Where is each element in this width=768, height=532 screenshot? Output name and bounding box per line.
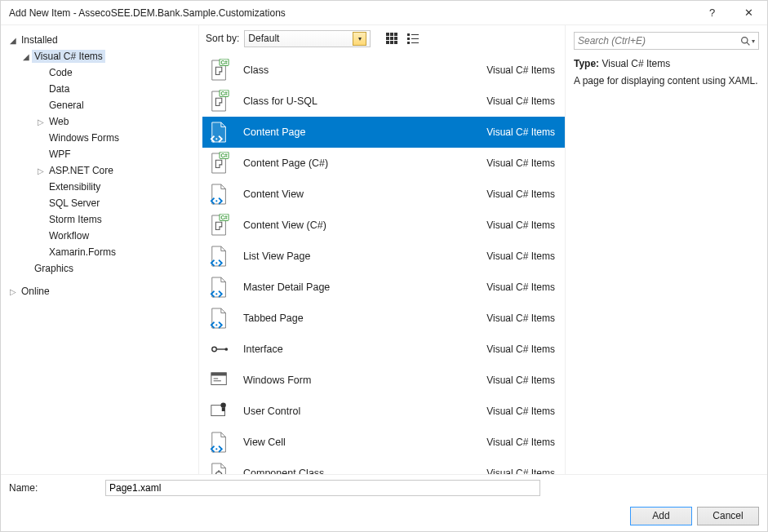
tree-item[interactable]: Xamarin.Forms (6, 244, 193, 260)
tree-visual-csharp-items[interactable]: ◢ Visual C# Items (6, 48, 193, 64)
template-category: Visual C# Items (486, 406, 555, 417)
sort-by-value: Default (248, 33, 279, 44)
collapse-icon: ◢ (7, 34, 19, 46)
template-item[interactable]: Component ClassVisual C# Items (202, 458, 565, 474)
xaml-doc-icon (209, 308, 230, 329)
help-button[interactable]: ? (694, 2, 730, 24)
name-input[interactable] (105, 480, 540, 496)
search-box[interactable]: ▾ (574, 32, 759, 50)
template-item[interactable]: Tabbed PageVisual C# Items (202, 303, 565, 334)
template-item[interactable]: User ControlVisual C# Items (202, 396, 565, 427)
view-medium-icons-button[interactable] (384, 30, 400, 47)
template-category: Visual C# Items (486, 282, 555, 293)
add-button[interactable]: Add (630, 507, 692, 525)
tree-label: Web (47, 115, 71, 128)
template-category: Visual C# Items (486, 95, 555, 107)
search-input[interactable] (578, 35, 740, 47)
svg-rect-14 (411, 42, 419, 43)
template-item[interactable]: Master Detail PageVisual C# Items (202, 272, 565, 303)
tree-label: Workflow (47, 229, 91, 242)
svg-rect-12 (411, 38, 419, 39)
svg-point-28 (220, 402, 225, 407)
search-icon[interactable]: ▾ (740, 36, 755, 47)
template-name: Class (243, 64, 486, 76)
template-item[interactable]: Class for U-SQLVisual C# Items (202, 86, 565, 117)
spacer-icon (35, 67, 47, 78)
tree-item[interactable]: ▷Web (6, 113, 193, 130)
template-category: Visual C# Items (486, 313, 555, 324)
winform-icon (209, 370, 230, 391)
template-item[interactable]: Windows FormVisual C# Items (202, 365, 565, 396)
template-name: Master Detail Page (243, 282, 486, 293)
svg-rect-24 (211, 373, 226, 376)
template-item[interactable]: Content View (C#)Visual C# Items (202, 210, 565, 241)
svg-rect-3 (386, 37, 389, 40)
main-area: ◢ Installed ◢ Visual C# Items CodeDataGe… (1, 25, 767, 474)
tree-label: Online (19, 285, 52, 298)
template-item[interactable]: Content Page (C#)Visual C# Items (202, 148, 565, 179)
template-type: Type: Visual C# Items (574, 58, 759, 69)
tree-item[interactable]: General (6, 97, 193, 113)
template-category: Visual C# Items (486, 219, 555, 231)
svg-rect-25 (214, 378, 219, 379)
template-list-scroll[interactable]: ClassVisual C# ItemsClass for U-SQLVisua… (199, 51, 565, 474)
tree-item[interactable]: Windows Forms (6, 130, 193, 146)
close-button[interactable]: ✕ (730, 2, 767, 24)
svg-rect-5 (394, 37, 397, 40)
spacer-icon (35, 149, 47, 160)
tree-item[interactable]: Storm Items (6, 211, 193, 228)
view-small-icons-button[interactable] (405, 30, 421, 47)
tree-label: Storm Items (47, 213, 104, 226)
title-bar: Add New Item - AssecoSEE.DEM.Bank.Sample… (1, 1, 767, 25)
spacer-icon (20, 263, 32, 274)
template-name: Interface (243, 344, 486, 355)
cancel-button[interactable]: Cancel (697, 507, 759, 525)
category-tree: ◢ Installed ◢ Visual C# Items CodeDataGe… (1, 25, 199, 474)
svg-rect-7 (390, 41, 393, 44)
sort-by-dropdown[interactable]: Default ▾ (244, 30, 371, 47)
tree-label: ASP.NET Core (47, 164, 116, 177)
svg-rect-29 (222, 407, 225, 411)
svg-point-19 (215, 324, 217, 326)
template-category: Visual C# Items (486, 126, 555, 138)
svg-rect-13 (407, 42, 410, 44)
tree-item[interactable]: Data (6, 81, 193, 97)
xaml-doc-icon (209, 432, 230, 453)
tree-item[interactable]: Extensibility (6, 179, 193, 195)
template-toolbar: Sort by: Default ▾ (199, 25, 565, 51)
tree-item[interactable]: Workflow (6, 228, 193, 244)
svg-rect-6 (386, 41, 389, 44)
spacer-icon (35, 83, 47, 95)
template-name: Class for U-SQL (243, 95, 486, 107)
svg-rect-1 (390, 33, 393, 36)
tree-label: Data (47, 82, 72, 95)
template-item[interactable]: Content ViewVisual C# Items (202, 179, 565, 210)
expand-icon: ▷ (7, 286, 19, 297)
template-category: Visual C# Items (486, 437, 555, 448)
template-item[interactable]: ClassVisual C# Items (202, 55, 565, 86)
template-name: Content Page (C#) (243, 157, 486, 169)
svg-point-15 (215, 138, 217, 140)
svg-rect-26 (214, 380, 221, 381)
template-item[interactable]: View CellVisual C# Items (202, 427, 565, 458)
tree-item[interactable]: WPF (6, 146, 193, 162)
tree-graphics[interactable]: Graphics (6, 260, 193, 277)
tree-online[interactable]: ▷ Online (6, 283, 193, 299)
tree-item[interactable]: SQL Server (6, 195, 193, 211)
spacer-icon (35, 230, 47, 242)
template-item[interactable]: Content PageVisual C# Items (202, 117, 565, 148)
list-icon (406, 32, 420, 45)
tree-item[interactable]: ▷ASP.NET Core (6, 162, 193, 179)
template-name: Content View (243, 188, 486, 200)
cs-class-icon (209, 60, 230, 81)
tree-label: General (47, 99, 87, 112)
template-name: Windows Form (243, 375, 486, 386)
template-item[interactable]: InterfaceVisual C# Items (202, 334, 565, 365)
spacer-icon (35, 100, 47, 111)
template-name: View Cell (243, 437, 486, 448)
name-row: Name: (1, 474, 767, 500)
tree-item[interactable]: Code (6, 64, 193, 81)
tree-installed[interactable]: ◢ Installed (6, 32, 193, 48)
template-item[interactable]: List View PageVisual C# Items (202, 241, 565, 272)
tree-label: Graphics (32, 262, 76, 275)
